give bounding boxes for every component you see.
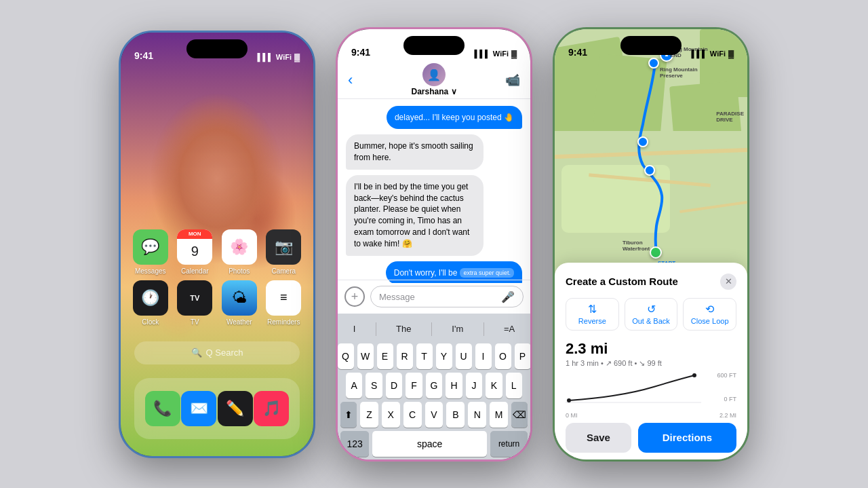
panel-title: Create a Custom Route [566, 276, 678, 287]
key-n[interactable]: N [468, 402, 486, 428]
key-o[interactable]: O [495, 343, 511, 369]
directions-button[interactable]: Directions [638, 423, 736, 453]
video-call-button[interactable]: 📹 [505, 73, 520, 88]
app-weather[interactable]: 🌤 Weather [220, 280, 259, 326]
microphone-icon[interactable]: 🎤 [501, 290, 515, 303]
back-button[interactable]: ‹ [348, 71, 353, 89]
reverse-icon: ⇅ [588, 303, 597, 316]
key-u[interactable]: U [456, 343, 472, 369]
key-w[interactable]: W [357, 343, 374, 369]
app-camera-label: Camera [271, 267, 296, 275]
key-delete[interactable]: ⌫ [511, 402, 528, 428]
key-e[interactable]: E [377, 343, 393, 369]
music-icon: 🎵 [262, 400, 281, 417]
search-bar[interactable]: 🔍 Q Search [134, 341, 300, 364]
dock-mail[interactable]: ✉️ [181, 391, 216, 426]
app-clock-label: Clock [142, 318, 159, 326]
message-input-field[interactable]: Message 🎤 [370, 286, 524, 307]
dock-phone[interactable]: 📞 [145, 391, 180, 426]
app-photos[interactable]: 🌸 Photos [220, 229, 259, 275]
app-clock[interactable]: 🕐 Clock [131, 280, 170, 326]
app-weather-label: Weather [226, 318, 252, 326]
key-h[interactable]: H [446, 373, 462, 398]
save-button[interactable]: Save [566, 423, 631, 453]
key-space[interactable]: space [372, 431, 487, 457]
key-i[interactable]: I [475, 343, 492, 369]
message-input-area: + Message 🎤 [338, 280, 530, 314]
key-y[interactable]: Y [436, 343, 452, 369]
time-2: 9:41 [351, 47, 370, 58]
extra-label: extra super quiet. [460, 268, 514, 278]
key-f[interactable]: F [406, 373, 422, 398]
dock-music[interactable]: 🎵 [254, 391, 289, 426]
suggestion-i[interactable]: I [348, 321, 361, 337]
battery-icon-3: ▓ [728, 50, 734, 58]
contact-name[interactable]: Darshana ∨ [411, 87, 456, 96]
keyboard-row-2: A S D F G H J K L [340, 373, 528, 398]
elevation-x-labels: 0 MI 2.2 MI [566, 412, 736, 419]
time-3: 9:41 [568, 47, 587, 58]
route-option-out-back[interactable]: ↺ Out & Back [625, 298, 678, 331]
key-d[interactable]: D [386, 373, 402, 398]
chat-area: delayed... I'll keep you posted 🤚 Bummer… [338, 99, 530, 283]
close-loop-icon: ⟲ [705, 303, 714, 316]
clock-icon: 🕐 [141, 289, 159, 307]
key-t[interactable]: T [416, 343, 433, 369]
app-reminders[interactable]: ≡ Reminders [264, 280, 304, 326]
home-app-grid: 💬 Messages MON 9 Calendar 🌸 Photos 📷 [131, 229, 303, 326]
key-c[interactable]: C [403, 402, 422, 428]
key-a[interactable]: A [346, 373, 362, 398]
app-camera[interactable]: 📷 Camera [264, 229, 304, 275]
key-return[interactable]: return [490, 431, 528, 457]
app-messages[interactable]: 💬 Messages [131, 229, 170, 275]
dynamic-island-1 [186, 39, 248, 58]
suggestion-im[interactable]: I'm [446, 321, 469, 337]
key-s[interactable]: S [366, 373, 382, 398]
key-z[interactable]: Z [360, 402, 378, 428]
phone-messages-screen: 9:41 ▌▌▌ WiFi ▓ ‹ 👤 Darshana ∨ 📹 delayed… [336, 27, 532, 462]
key-j[interactable]: J [466, 373, 482, 398]
elevation-svg [566, 372, 715, 406]
key-b[interactable]: B [446, 402, 465, 428]
map-pin-start [650, 246, 662, 259]
dock-notes[interactable]: ✏️ [218, 391, 253, 426]
message-received-2: I'll be in bed by the time you get back—… [346, 175, 522, 256]
bubble-text-1: delayed... I'll keep you posted 🤚 [395, 113, 514, 122]
emoji-button[interactable]: 😊 [347, 461, 361, 462]
camera-icon: 📷 [275, 238, 293, 256]
map-label-tiburon: TiburonWaterfront [623, 240, 650, 252]
app-tv-label: TV [191, 318, 199, 326]
microphone-keyboard-button[interactable]: 🎤 [507, 461, 521, 462]
wifi-icon-2: WiFi [493, 50, 509, 58]
key-p[interactable]: P [515, 343, 531, 369]
reverse-label: Reverse [578, 317, 606, 325]
map-label-preserve: Ring MountainPreserve [660, 67, 698, 79]
action-buttons: Save Directions [566, 423, 736, 453]
map-label-paradise: PARADISEDRIVE [716, 111, 744, 123]
key-q[interactable]: Q [338, 343, 354, 369]
key-numbers[interactable]: 123 [340, 431, 369, 457]
key-r[interactable]: R [397, 343, 413, 369]
bubble-text-2: Don't worry, I'll be [394, 267, 458, 279]
key-k[interactable]: K [486, 373, 502, 398]
keyboard-suggestions: I The I'm =A [340, 319, 528, 339]
key-m[interactable]: M [490, 402, 508, 428]
route-option-close-loop[interactable]: ⟲ Close Loop [683, 298, 736, 331]
add-attachment-button[interactable]: + [344, 286, 365, 307]
bubble-recv-1: Bummer, hope it's smooth sailing from he… [346, 134, 484, 170]
route-option-reverse[interactable]: ⇅ Reverse [566, 298, 619, 331]
key-l[interactable]: L [506, 373, 522, 398]
suggestion-the[interactable]: The [391, 321, 416, 337]
key-shift[interactable]: ⬆ [340, 402, 357, 428]
key-v[interactable]: V [425, 402, 443, 428]
panel-close-button[interactable]: ✕ [720, 274, 736, 290]
contact-info: 👤 Darshana ∨ [411, 63, 456, 96]
route-stats: 2.3 mi 1 hr 3 min • ↗ 690 ft • ↘ 99 ft [566, 340, 736, 368]
app-calendar[interactable]: MON 9 Calendar [176, 229, 215, 275]
phone-maps-screen: ▲ ‹ Ring MountainPreserve Ring MountainE… [553, 27, 749, 462]
suggestion-emoji[interactable]: =A [498, 321, 520, 337]
key-x[interactable]: X [382, 402, 400, 428]
signal-icon-3: ▌▌▌ [691, 50, 707, 58]
app-tv[interactable]: TV TV [176, 280, 215, 326]
key-g[interactable]: G [426, 373, 442, 398]
